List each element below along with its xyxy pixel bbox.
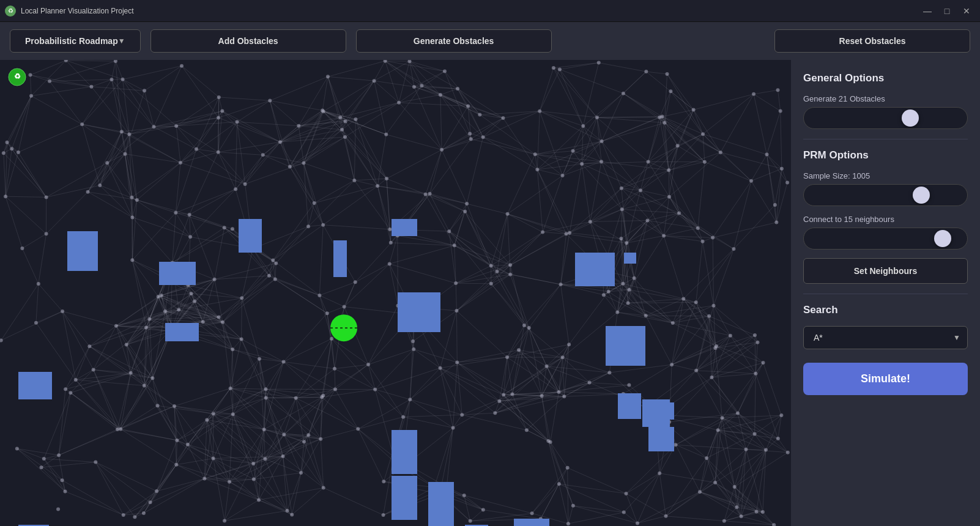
main-area: General Options Generate 21 Obstacles PR… [0,60,980,526]
titlebar: ♻ Local Planner Visualization Project — … [0,0,980,22]
set-neighbours-button[interactable]: Set Neighbours [803,258,968,284]
add-obstacles-button[interactable]: Add Obstacles [150,29,346,53]
algorithm-label: Probabilistic Roadmap [25,36,118,46]
roadmap-canvas[interactable] [0,60,790,526]
close-button[interactable]: ✕ [958,2,975,20]
sidebar: General Options Generate 21 Obstacles PR… [790,60,980,526]
canvas-area[interactable] [0,60,790,526]
generate-obstacles-label: Generate 21 Obstacles [803,94,968,103]
minimize-button[interactable]: — [919,2,936,20]
divider-1 [803,139,968,139]
general-options-section: General Options [803,72,968,86]
sample-size-slider-thumb[interactable] [913,187,930,204]
search-select-wrap: A* Dijkstra BFS DFS ▼ [803,326,968,349]
neighbours-slider-thumb[interactable] [934,230,951,247]
app-icon: ♻ [5,6,16,17]
algorithm-dropdown[interactable]: Probabilistic Roadmap ▼ [10,29,141,53]
obstacles-slider[interactable] [803,107,968,129]
simulate-button[interactable]: Simulate! [803,363,968,395]
search-title: Search [803,304,968,316]
connect-neighbours-label: Connect to 15 neighbours [803,215,968,224]
sample-size-slider-group: Sample Size: 1005 [803,171,968,206]
search-select[interactable]: A* Dijkstra BFS DFS [803,326,968,349]
prm-options-title: PRM Options [803,149,968,161]
reset-obstacles-button[interactable]: Reset Obstacles [774,29,970,53]
prm-options-section: PRM Options [803,149,968,163]
search-section: Search [803,304,968,317]
dropdown-arrow-icon: ▼ [118,37,125,45]
obstacles-slider-group: Generate 21 Obstacles [803,94,968,129]
titlebar-controls: — □ ✕ [919,2,975,20]
sample-size-label: Sample Size: 1005 [803,171,968,180]
neighbours-slider-group: Connect to 15 neighbours [803,215,968,250]
sample-size-slider[interactable] [803,184,968,206]
obstacles-slider-thumb[interactable] [902,109,919,127]
general-options-title: General Options [803,72,968,84]
window-title: Local Planner Visualization Project [21,7,134,15]
divider-2 [803,294,968,294]
maximize-button[interactable]: □ [938,2,956,20]
titlebar-left: ♻ Local Planner Visualization Project [5,6,134,17]
neighbours-slider[interactable] [803,228,968,250]
toolbar: Probabilistic Roadmap ▼ Add Obstacles Ge… [0,22,980,60]
generate-obstacles-button[interactable]: Generate Obstacles [356,29,552,53]
